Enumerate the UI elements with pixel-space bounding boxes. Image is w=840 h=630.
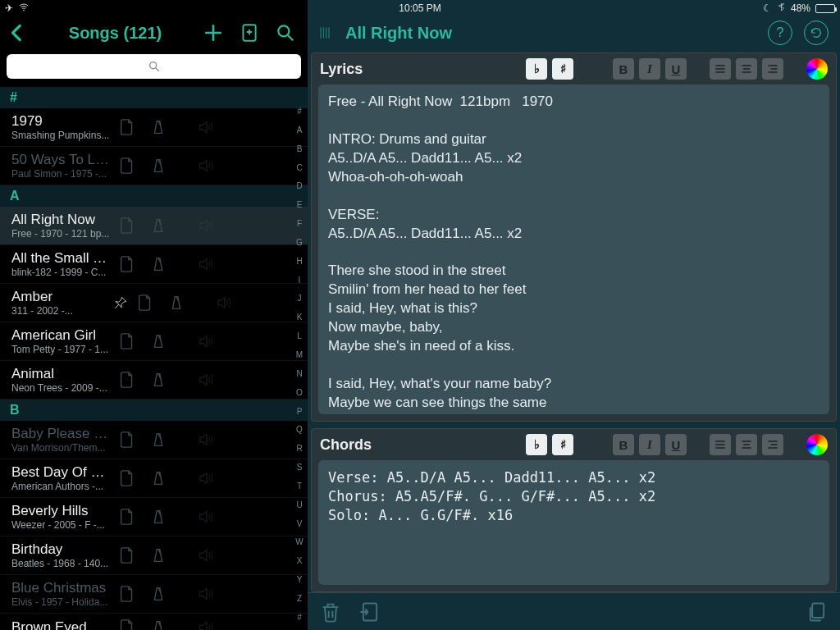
index-letter[interactable]: S <box>297 463 303 472</box>
search-button[interactable] <box>275 22 296 43</box>
index-letter[interactable]: P <box>297 407 303 416</box>
align-center-button[interactable] <box>736 58 757 80</box>
song-row[interactable]: All the Small T...blink-182 - 1999 - C..… <box>0 245 308 284</box>
document-icon <box>118 255 136 273</box>
index-letter[interactable]: Y <box>297 575 303 584</box>
chords-transpose-flat-button[interactable]: ♭ <box>526 434 547 455</box>
index-letter[interactable]: C <box>296 163 302 172</box>
chords-align-center-button[interactable] <box>736 434 757 455</box>
text-color-button[interactable] <box>806 58 828 80</box>
duplicate-button[interactable] <box>806 600 829 623</box>
song-scroll-area[interactable]: #1979Smashing Pumpkins...50 Ways To Le..… <box>0 87 308 630</box>
index-letter[interactable]: B <box>297 144 303 153</box>
chords-transpose-sharp-button[interactable]: ♯ <box>552 434 573 455</box>
metronome-icon <box>167 294 185 312</box>
chords-underline-button[interactable]: U <box>665 434 687 455</box>
index-letter[interactable]: V <box>297 519 303 528</box>
song-row[interactable]: All Right NowFree - 1970 - 121 bp... <box>0 207 308 245</box>
index-letter[interactable]: D <box>296 181 302 190</box>
song-row[interactable]: Baby Please D...Van Morrison/Them... <box>0 421 308 459</box>
song-row-subtitle: Elvis - 1957 - Holida... <box>11 596 110 608</box>
detail-toolbar <box>308 592 840 630</box>
song-row[interactable]: AnimalNeon Trees - 2009 -... <box>0 361 308 399</box>
index-letter[interactable]: N <box>296 369 302 378</box>
index-letter[interactable]: O <box>296 388 303 397</box>
song-row[interactable]: Amber311 - 2002 -... <box>0 284 308 322</box>
document-icon <box>118 118 136 136</box>
back-button[interactable] <box>7 22 28 43</box>
document-icon <box>118 371 136 389</box>
underline-button[interactable]: U <box>665 58 687 80</box>
add-song-button[interactable] <box>203 22 224 43</box>
search-input[interactable] <box>7 54 301 79</box>
italic-button[interactable]: I <box>639 58 660 80</box>
chords-italic-button[interactable]: I <box>639 434 660 455</box>
align-left-button[interactable] <box>710 58 731 80</box>
song-row[interactable]: Best Day Of M...American Authors -... <box>0 459 308 498</box>
index-letter[interactable]: T <box>297 482 302 491</box>
song-title: All Right Now <box>345 24 756 43</box>
transpose-sharp-button[interactable]: ♯ <box>552 58 573 80</box>
align-right-button[interactable] <box>762 58 783 80</box>
index-letter[interactable]: I <box>299 276 301 285</box>
song-row-title: American Girl <box>11 327 110 344</box>
song-row[interactable]: 50 Ways To Le...Paul Simon - 1975 -... <box>0 147 308 185</box>
index-letter[interactable]: M <box>296 350 303 359</box>
index-letter[interactable]: F <box>297 219 302 228</box>
document-icon <box>118 217 136 235</box>
metronome-icon <box>149 371 167 389</box>
index-letter[interactable]: L <box>297 331 302 340</box>
index-letter[interactable]: U <box>296 500 302 509</box>
split-handle-icon[interactable] <box>316 25 334 41</box>
document-icon <box>118 332 136 350</box>
index-letter[interactable]: # <box>297 107 302 116</box>
index-letter[interactable]: K <box>297 313 303 322</box>
index-letter[interactable]: Q <box>296 425 303 434</box>
lyrics-text[interactable]: Free - All Right Now 121bpm 1970 INTRO: … <box>318 84 829 414</box>
alphabet-index[interactable]: #ABCDEFGHIJKLMNOPQRSTUVWXYZ# <box>293 107 306 622</box>
metronome-icon <box>149 255 167 273</box>
song-row-subtitle: Free - 1970 - 121 bp... <box>11 228 110 240</box>
chords-align-right-button[interactable] <box>762 434 783 455</box>
song-row[interactable]: Brown Eyed Girl <box>0 614 308 630</box>
index-letter[interactable]: R <box>296 444 302 453</box>
index-letter[interactable]: # <box>297 613 302 622</box>
song-row[interactable]: 1979Smashing Pumpkins... <box>0 108 308 147</box>
index-letter[interactable]: W <box>295 537 303 546</box>
refresh-button[interactable] <box>804 21 829 45</box>
index-letter[interactable]: Z <box>297 594 302 603</box>
song-row-title: Beverly Hills <box>11 503 110 519</box>
speaker-icon <box>197 118 215 136</box>
song-row-title: All Right Now <box>11 212 110 228</box>
trash-button[interactable] <box>319 600 342 623</box>
speaker-icon <box>197 619 215 630</box>
index-letter[interactable]: X <box>297 556 303 565</box>
section-header: B <box>0 399 308 421</box>
chords-align-left-button[interactable] <box>710 434 731 455</box>
song-row[interactable]: BirthdayBeatles - 1968 - 140... <box>0 536 308 575</box>
index-letter[interactable]: J <box>298 294 302 303</box>
song-row[interactable]: Blue ChristmasElvis - 1957 - Holida... <box>0 575 308 614</box>
new-document-button[interactable] <box>239 22 260 43</box>
do-not-disturb-icon: ☾ <box>763 2 772 14</box>
song-row[interactable]: Beverly HillsWeezer - 2005 - F -... <box>0 498 308 536</box>
index-letter[interactable]: A <box>297 126 303 135</box>
metronome-icon <box>149 217 167 235</box>
help-button[interactable]: ? <box>768 21 792 45</box>
song-row[interactable]: American GirlTom Petty - 1977 - 1... <box>0 322 308 361</box>
song-row-title: All the Small T... <box>11 250 110 267</box>
chords-text[interactable]: Verse: A5..D/A A5... Dadd11... A5... x2 … <box>318 460 829 585</box>
svg-point-2 <box>278 25 289 36</box>
chords-bold-button[interactable]: B <box>613 434 634 455</box>
bold-button[interactable]: B <box>613 58 634 80</box>
song-row-subtitle: 311 - 2002 -... <box>11 305 110 317</box>
chords-text-color-button[interactable] <box>806 434 828 455</box>
index-letter[interactable]: E <box>297 200 303 209</box>
airplane-mode-icon: ✈ <box>5 2 13 14</box>
index-letter[interactable]: G <box>296 238 303 247</box>
transpose-flat-button[interactable]: ♭ <box>526 58 547 80</box>
index-letter[interactable]: H <box>296 257 302 266</box>
song-row-subtitle: Weezer - 2005 - F -... <box>11 519 110 531</box>
document-icon <box>118 546 136 564</box>
import-button[interactable] <box>358 600 381 623</box>
